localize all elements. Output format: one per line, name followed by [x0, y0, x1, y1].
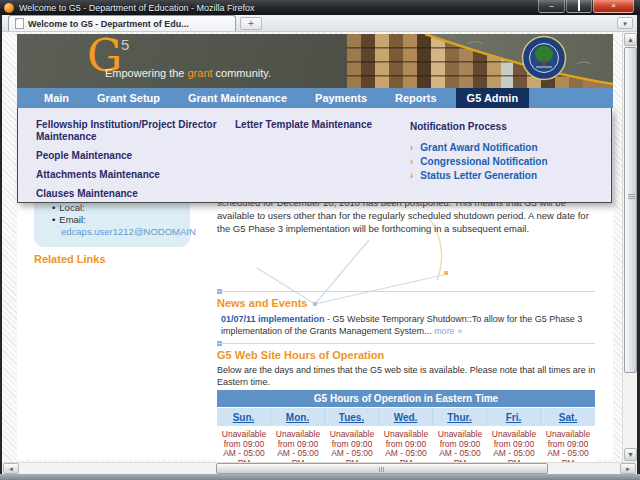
maximize-button[interactable] — [566, 0, 592, 13]
new-tab-button[interactable]: + — [240, 17, 262, 30]
notification-process-header: Notification Process — [410, 121, 600, 132]
menu-item-fellowship[interactable]: Fellowship Institution/Project Director … — [36, 119, 226, 143]
nav-item-reports[interactable]: Reports — [384, 88, 448, 108]
contact-email-label: Email: — [52, 214, 190, 226]
hours-of-operation-heading: G5 Web Site Hours of Operation — [217, 349, 384, 361]
tab-title: Welcome to G5 - Department of Edu... — [28, 19, 189, 29]
window-bottom-border — [0, 474, 640, 480]
hours-intro-paragraph: Below are the days and times that the G5… — [217, 364, 597, 388]
main-navbar: Main Grant Setup Grant Maintenance Payme… — [17, 88, 613, 108]
nav-item-main[interactable]: Main — [33, 88, 80, 108]
minimize-icon: – — [549, 1, 553, 10]
minimize-button[interactable]: – — [538, 0, 565, 13]
section-divider — [217, 341, 595, 346]
arrow-right-icon: › — [410, 142, 413, 153]
browser-tab[interactable]: Welcome to G5 - Department of Edu... — [8, 15, 236, 31]
table-header-row: Sun. Mon. Tues. Wed. Thur. Fri. Sat. — [217, 407, 595, 426]
day-link-sat[interactable]: Sat. — [541, 408, 595, 426]
chevron-down-icon: ▾ — [623, 20, 627, 27]
firefox-window: Welcome to G5 - Department of Education … — [0, 0, 640, 480]
tab-bar: Welcome to G5 - Department of Edu... + ▾ — [2, 15, 637, 32]
day-link-sun[interactable]: Sun. — [217, 408, 271, 426]
related-links-heading: Related Links — [34, 253, 106, 265]
window-controls: – × — [538, 0, 634, 13]
vertical-scroll-thumb[interactable] — [624, 47, 637, 373]
day-link-thur[interactable]: Thur. — [433, 408, 487, 426]
news-item: 01/07/11 implementation - G5 Website Tem… — [221, 313, 597, 337]
nav-item-grant-maintenance[interactable]: Grant Maintenance — [177, 88, 298, 108]
hours-cell: Unavailable from 09:00 AM - 05:00 PM — [271, 426, 325, 462]
browser-viewport: G 5 Empowering thegrantcommunity. — [2, 32, 637, 462]
window-title: Welcome to G5 - Department of Education … — [19, 3, 254, 13]
section-divider — [217, 289, 595, 294]
menu-item-attachments[interactable]: Attachments Maintenance — [36, 169, 226, 181]
horizontal-scrollbar: ◄ ► — [2, 462, 637, 474]
vertical-scrollbar: ▲ ▼ — [622, 32, 637, 462]
news-and-events-heading: News and Events — [217, 297, 307, 309]
day-link-wed[interactable]: Wed. — [379, 408, 433, 426]
hours-cell: Unavailable from 09:00 AM - 05:00 PM — [325, 426, 379, 462]
scroll-down-button[interactable]: ▼ — [624, 448, 637, 461]
hours-cell: Unavailable from 09:00 AM - 05:00 PM — [433, 426, 487, 462]
hours-cell: Unavailable from 09:00 AM - 05:00 PM — [487, 426, 541, 462]
g5-banner: G 5 Empowering thegrantcommunity. — [17, 34, 613, 88]
email-link[interactable]: edcaps.user1212@NODOMAIN — [61, 226, 190, 238]
maximize-icon — [578, 0, 580, 11]
table-data-row: Unavailable from 09:00 AM - 05:00 PM Una… — [217, 426, 595, 462]
scroll-grip-icon — [379, 467, 385, 472]
education-seal-icon — [523, 37, 566, 80]
arrow-right-icon: › — [410, 170, 413, 181]
notification-process-section: Notification Process ›Grant Award Notifi… — [410, 121, 600, 183]
menu-item-status-letter-generation[interactable]: ›Status Letter Generation — [410, 169, 600, 183]
close-button[interactable]: × — [593, 0, 634, 13]
hours-of-operation-table: G5 Hours of Operation in Eastern Time Su… — [217, 390, 595, 462]
hours-cell: Unavailable from 09:00 AM - 05:00 PM — [217, 426, 271, 462]
banner-tagline: Empowering thegrantcommunity. — [105, 67, 271, 79]
horizontal-scroll-thumb[interactable] — [216, 463, 548, 474]
right-arrow-icon: ► — [625, 466, 631, 472]
nav-item-payments[interactable]: Payments — [304, 88, 378, 108]
day-link-fri[interactable]: Fri. — [487, 408, 541, 426]
hours-cell: Unavailable from 09:00 AM - 05:00 PM — [541, 426, 595, 462]
title-bar[interactable]: Welcome to G5 - Department of Education … — [0, 0, 640, 15]
list-tabs-button[interactable]: ▾ — [617, 17, 633, 29]
nav-item-grant-setup[interactable]: Grant Setup — [86, 88, 171, 108]
g5-admin-menu: Fellowship Institution/Project Director … — [17, 108, 612, 203]
down-arrow-icon: ▼ — [627, 451, 634, 458]
g5-page: G 5 Empowering thegrantcommunity. — [17, 34, 613, 460]
scroll-right-button[interactable]: ► — [620, 463, 636, 474]
menu-item-grant-award-notification[interactable]: ›Grant Award Notification — [410, 141, 600, 155]
news-date-link[interactable]: 01/07/11 implementation — [221, 314, 325, 324]
scroll-left-button[interactable]: ◄ — [3, 463, 19, 474]
up-arrow-icon: ▲ — [627, 36, 634, 43]
table-caption: G5 Hours of Operation in Eastern Time — [217, 390, 595, 407]
nav-item-g5-admin[interactable]: G5 Admin — [456, 88, 530, 108]
scroll-grip-icon — [628, 194, 635, 199]
day-link-tues[interactable]: Tues. — [325, 408, 379, 426]
close-icon: × — [611, 1, 616, 10]
menu-item-clauses[interactable]: Clauses Maintenance — [36, 188, 226, 200]
hours-cell: Unavailable from 09:00 AM - 05:00 PM — [379, 426, 433, 462]
vertical-scroll-track[interactable] — [624, 47, 637, 447]
page-icon — [15, 18, 24, 29]
scroll-up-button[interactable]: ▲ — [624, 33, 637, 46]
library-photo — [347, 34, 613, 88]
left-arrow-icon: ◄ — [8, 466, 14, 472]
admin-menu-column-2: Letter Template Maintenance — [235, 119, 405, 138]
firefox-icon — [4, 3, 14, 13]
menu-item-letter-template[interactable]: Letter Template Maintenance — [235, 119, 405, 131]
more-link[interactable]: more » — [434, 326, 462, 336]
admin-menu-column-1: Fellowship Institution/Project Director … — [36, 119, 226, 207]
day-link-mon[interactable]: Mon. — [271, 408, 325, 426]
g5-logo-five: 5 — [121, 36, 129, 53]
menu-item-people[interactable]: People Maintenance — [36, 150, 226, 162]
menu-item-congressional-notification[interactable]: ›Congressional Notification — [410, 155, 600, 169]
arrow-right-icon: › — [410, 156, 413, 167]
